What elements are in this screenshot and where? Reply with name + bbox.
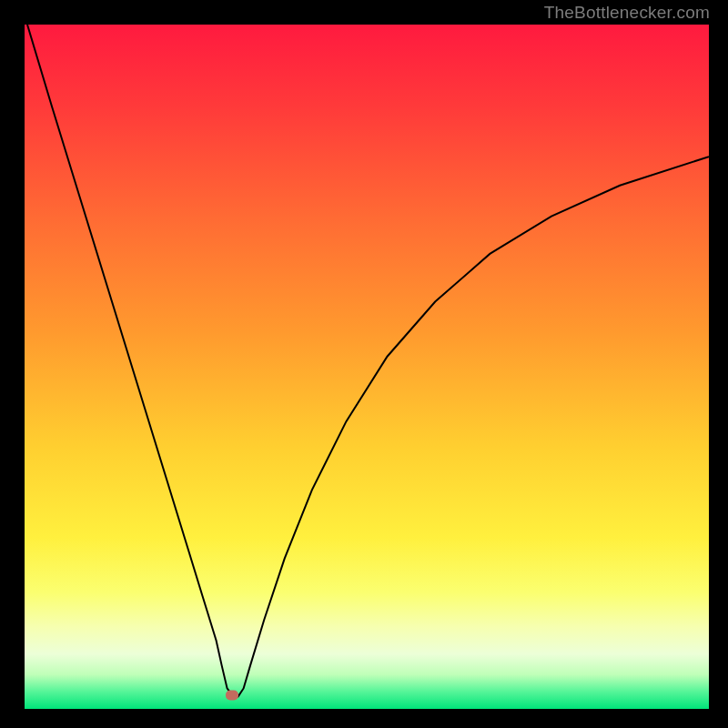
attribution-text: TheBottlenecker.com	[544, 3, 710, 23]
chart-stage: TheBottlenecker.com	[0, 0, 728, 728]
bottleneck-curve	[25, 25, 709, 709]
curve-minimum-marker	[226, 690, 238, 700]
plot-area	[25, 25, 709, 709]
